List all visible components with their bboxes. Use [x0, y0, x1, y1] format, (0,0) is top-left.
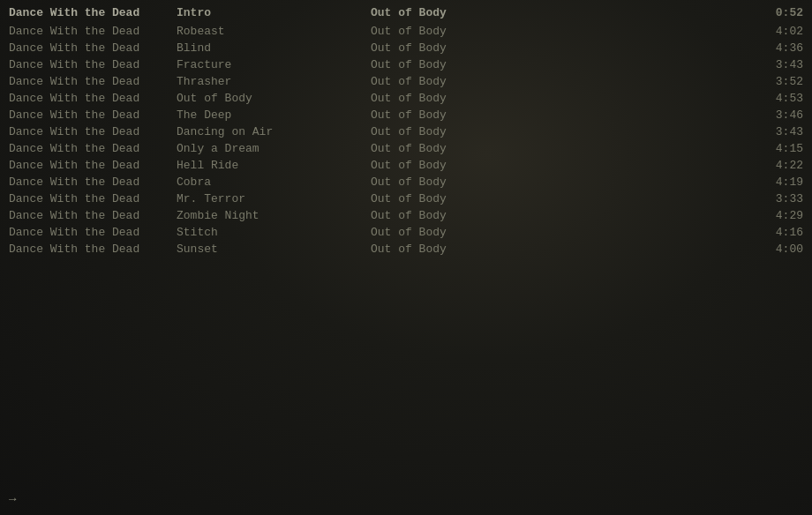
track-artist: Dance With the Dead — [9, 175, 177, 189]
track-title: Thrasher — [177, 75, 371, 88]
track-album: Out of Body — [371, 243, 750, 256]
track-artist: Dance With the Dead — [9, 159, 177, 172]
track-artist: Dance With the Dead — [9, 192, 177, 205]
track-album: Out of Body — [371, 75, 750, 88]
track-duration: 3:52 — [750, 75, 803, 88]
track-duration: 3:46 — [750, 108, 803, 122]
track-duration: 4:16 — [750, 226, 803, 239]
track-title: Cobra — [177, 175, 371, 189]
track-row[interactable]: Dance With the DeadDancing on AirOut of … — [0, 123, 812, 140]
track-duration: 4:36 — [750, 41, 803, 55]
track-title: Sunset — [177, 243, 371, 256]
track-artist: Dance With the Dead — [9, 25, 177, 38]
header-artist: Dance With the Dead — [9, 6, 177, 19]
track-duration: 4:00 — [750, 243, 803, 256]
track-row[interactable]: Dance With the DeadCobraOut of Body4:19 — [0, 174, 812, 190]
track-title: Stitch — [177, 226, 371, 239]
track-row[interactable]: Dance With the DeadMr. TerrorOut of Body… — [0, 190, 812, 207]
track-title: Hell Ride — [177, 159, 371, 172]
track-artist: Dance With the Dead — [9, 243, 177, 256]
track-duration: 4:29 — [750, 209, 803, 222]
track-row[interactable]: Dance With the DeadFractureOut of Body3:… — [0, 56, 812, 73]
header-album: Out of Body — [371, 6, 750, 19]
track-album: Out of Body — [371, 108, 750, 122]
track-album: Out of Body — [371, 209, 750, 222]
track-album: Out of Body — [371, 41, 750, 55]
track-album: Out of Body — [371, 125, 750, 138]
track-artist: Dance With the Dead — [9, 41, 177, 55]
track-title: Dancing on Air — [177, 125, 371, 138]
track-title: Robeast — [177, 25, 371, 38]
track-row[interactable]: Dance With the DeadSunsetOut of Body4:00 — [0, 241, 812, 258]
track-row[interactable]: Dance With the DeadBlindOut of Body4:36 — [0, 40, 812, 56]
track-artist: Dance With the Dead — [9, 142, 177, 155]
track-album: Out of Body — [371, 142, 750, 155]
track-duration: 3:43 — [750, 58, 803, 71]
track-artist: Dance With the Dead — [9, 75, 177, 88]
track-duration: 4:53 — [750, 92, 803, 105]
track-duration: 3:43 — [750, 125, 803, 138]
track-album: Out of Body — [371, 25, 750, 38]
track-row[interactable]: Dance With the DeadThrasherOut of Body3:… — [0, 73, 812, 90]
track-title: Blind — [177, 41, 371, 55]
track-title: Mr. Terror — [177, 192, 371, 205]
track-row[interactable]: Dance With the DeadRobeastOut of Body4:0… — [0, 23, 812, 40]
track-artist: Dance With the Dead — [9, 125, 177, 138]
track-list-header: Dance With the Dead Intro Out of Body 0:… — [0, 4, 812, 21]
track-duration: 4:22 — [750, 159, 803, 172]
track-artist: Dance With the Dead — [9, 209, 177, 222]
track-row[interactable]: Dance With the DeadHell RideOut of Body4… — [0, 157, 812, 174]
track-title: The Deep — [177, 108, 371, 122]
track-duration: 3:33 — [750, 192, 803, 205]
track-list: Dance With the Dead Intro Out of Body 0:… — [0, 0, 812, 261]
track-title: Only a Dream — [177, 142, 371, 155]
track-duration: 4:19 — [750, 175, 803, 189]
track-row[interactable]: Dance With the DeadThe DeepOut of Body3:… — [0, 107, 812, 123]
track-artist: Dance With the Dead — [9, 58, 177, 71]
track-artist: Dance With the Dead — [9, 92, 177, 105]
track-artist: Dance With the Dead — [9, 108, 177, 122]
track-title: Out of Body — [177, 92, 371, 105]
track-row[interactable]: Dance With the DeadOut of BodyOut of Bod… — [0, 90, 812, 107]
track-album: Out of Body — [371, 159, 750, 172]
track-row[interactable]: Dance With the DeadZombie NightOut of Bo… — [0, 207, 812, 224]
header-title: Intro — [177, 6, 371, 19]
track-row[interactable]: Dance With the DeadOnly a DreamOut of Bo… — [0, 140, 812, 157]
track-album: Out of Body — [371, 175, 750, 189]
header-duration: 0:52 — [750, 6, 803, 19]
track-album: Out of Body — [371, 192, 750, 205]
track-artist: Dance With the Dead — [9, 226, 177, 239]
track-title: Zombie Night — [177, 209, 371, 222]
track-duration: 4:15 — [750, 142, 803, 155]
track-album: Out of Body — [371, 92, 750, 105]
track-album: Out of Body — [371, 58, 750, 71]
track-title: Fracture — [177, 58, 371, 71]
arrow-indicator: → — [9, 492, 16, 506]
track-album: Out of Body — [371, 226, 750, 239]
track-duration: 4:02 — [750, 25, 803, 38]
track-row[interactable]: Dance With the DeadStitchOut of Body4:16 — [0, 224, 812, 241]
